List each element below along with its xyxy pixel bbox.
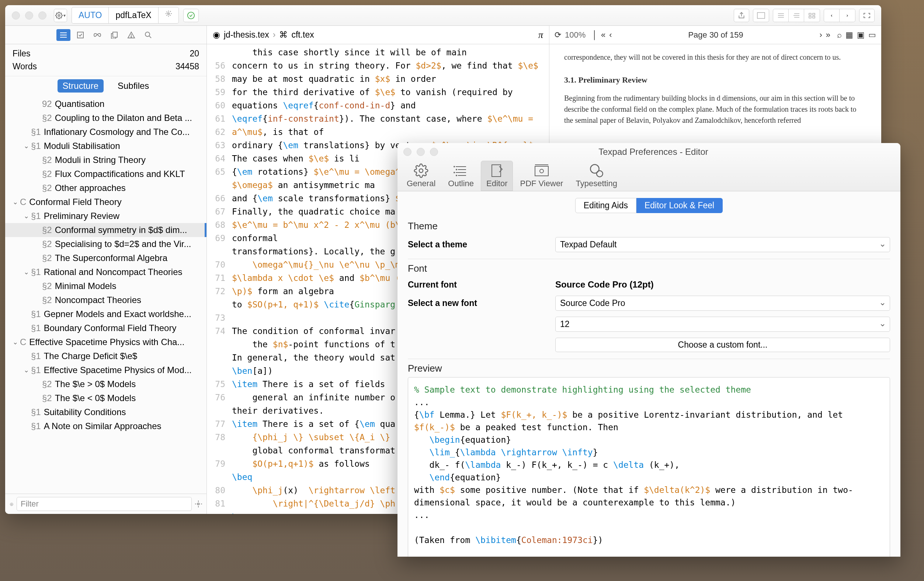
pdf-first[interactable]: « — [601, 30, 606, 40]
pdf-icon — [533, 163, 550, 178]
back-button[interactable]: ‹ — [824, 9, 840, 22]
sidebar-tool-search[interactable] — [141, 29, 155, 41]
font-header: Font — [408, 263, 890, 274]
outline-item[interactable]: ⌄CConformal Field Theory — [5, 195, 206, 209]
outline-item[interactable]: ⌄§1Moduli Stabilisation — [5, 139, 206, 153]
font-family-select[interactable]: Source Code Pro — [555, 295, 890, 311]
view-mode-selector[interactable] — [773, 9, 820, 22]
minimize-window[interactable] — [25, 12, 33, 20]
engine-label[interactable]: pdfLaTeX — [109, 7, 158, 23]
pdf-present-icon[interactable]: ▭ — [868, 30, 876, 40]
view-grid-icon[interactable] — [804, 9, 820, 22]
outline-item[interactable]: §2Coupling to the Dilaton and Beta ... — [5, 111, 206, 125]
tab-subfiles[interactable]: Subfiles — [112, 79, 154, 92]
svg-point-32 — [456, 175, 457, 176]
gear-icon — [165, 10, 172, 17]
outline-item[interactable]: §1Suitability Conditions — [5, 405, 206, 419]
prefs-tab-typesetting[interactable]: Typesetting — [570, 161, 623, 191]
prefs-tab-editor[interactable]: Editor — [481, 161, 513, 191]
outline-item[interactable]: ⌄§1Rational and Noncompact Theories — [5, 265, 206, 279]
tab-structure[interactable]: Structure — [58, 79, 104, 92]
outline-item[interactable]: §2The $\e < 0$ Models — [5, 391, 206, 405]
seg-editing-aids[interactable]: Editing Aids — [575, 198, 637, 213]
outline-item[interactable]: ⌄§1Preliminary Review — [5, 209, 206, 223]
zoom-level[interactable]: 100% — [565, 30, 586, 40]
outline-item[interactable]: §2Conformal symmetry in $d$ dim... — [5, 223, 206, 237]
prefs-tab-outline[interactable]: Outline — [442, 161, 479, 191]
crumb-file[interactable]: cft.tex — [291, 30, 314, 40]
pdf-grid-icon[interactable]: ▦ — [845, 30, 853, 40]
pdf-search-icon[interactable]: ⌕ — [837, 30, 842, 40]
settings-menu-button[interactable]: ▾ — [54, 9, 67, 22]
svg-rect-17 — [78, 32, 83, 38]
filter-gear-icon[interactable] — [195, 500, 202, 508]
theme-select[interactable]: Texpad Default — [555, 237, 890, 252]
outline-item[interactable]: ⌄§1Effective Spacetime Physics of Mod... — [5, 363, 206, 377]
outline-item[interactable]: §2Noncompact Theories — [5, 293, 206, 307]
auto-label[interactable]: AUTO — [72, 7, 109, 23]
outline-item[interactable]: §2Flux Compactifications and KKLT — [5, 167, 206, 181]
nav-arrows[interactable]: ‹ › — [824, 9, 855, 22]
prefs-minimize[interactable] — [417, 148, 425, 156]
pi-icon[interactable]: π — [538, 30, 543, 41]
pdf-sync-icon[interactable]: ▣ — [857, 30, 865, 40]
fullscreen-button[interactable] — [859, 9, 874, 22]
svg-point-1 — [167, 13, 169, 15]
sidebar-tool-files[interactable] — [107, 29, 121, 41]
crumb-root[interactable]: jd-thesis.tex — [224, 30, 269, 40]
pdf-prev[interactable]: ‹ — [609, 30, 612, 40]
seg-look-feel[interactable]: Editor Look & Feel — [637, 198, 723, 213]
view-outline-icon[interactable] — [789, 9, 804, 22]
outline-item[interactable]: §2Moduli in String Theory — [5, 153, 206, 167]
share-button[interactable] — [734, 9, 749, 22]
zoom-reset-icon[interactable]: ⟳ — [554, 30, 561, 40]
layout-selector[interactable] — [753, 9, 769, 22]
theme-header: Theme — [408, 220, 890, 232]
outline-item[interactable]: §2Minimal Models — [5, 279, 206, 293]
svg-point-21 — [145, 32, 150, 36]
engine-selector[interactable]: AUTO pdfLaTeX — [71, 7, 179, 23]
sidebar-tool-check[interactable] — [73, 29, 87, 41]
pdf-last[interactable]: » — [826, 30, 830, 40]
view-list-icon[interactable] — [773, 9, 789, 22]
outline-item[interactable]: §1Gepner Models and Exact worldshe... — [5, 307, 206, 321]
zoom-window[interactable] — [38, 12, 46, 20]
outline-item[interactable]: §2The $\e > 0$ Models — [5, 377, 206, 391]
select-font-label: Select a new font — [408, 298, 555, 308]
outline-item[interactable]: 92Quantisation — [5, 97, 206, 111]
forward-button[interactable]: › — [840, 9, 855, 22]
font-size-select[interactable]: 12 — [555, 317, 890, 332]
typeset-button[interactable] — [183, 9, 199, 22]
outline-item[interactable]: §1Inflationary Cosmology and The Co... — [5, 125, 206, 139]
outline-item[interactable]: §1The Charge Deficit $\e$ — [5, 349, 206, 363]
prefs-close[interactable] — [403, 148, 411, 156]
sidebar-tool-structure[interactable] — [56, 29, 71, 41]
traffic-lights — [12, 12, 46, 20]
close-window[interactable] — [12, 12, 20, 20]
outline-item[interactable]: §2Specialising to $d=2$ and the Vir... — [5, 237, 206, 251]
custom-font-button[interactable]: Choose a custom font... — [555, 338, 890, 352]
filter-input[interactable]: Filter — [16, 497, 192, 511]
engine-gear[interactable] — [158, 7, 178, 23]
preview-header: Preview — [408, 363, 890, 374]
prefs-titlebar: Texpad Preferences - Editor General Outl… — [398, 143, 901, 191]
prefs-zoom[interactable] — [430, 148, 438, 156]
prefs-tab-general[interactable]: General — [401, 161, 441, 191]
sidebar-tool-links[interactable] — [90, 29, 104, 41]
svg-line-22 — [149, 36, 151, 38]
line-gutter: 5658596061626364656667686970717273747576… — [207, 44, 230, 514]
layout-single-icon[interactable] — [753, 9, 769, 22]
outline-item[interactable]: ⌄CEffective Spacetime Physics with Cha..… — [5, 335, 206, 349]
outline-item[interactable]: §2Other approaches — [5, 181, 206, 195]
outline-item[interactable]: §2The Superconformal Algebra — [5, 251, 206, 265]
outline-list[interactable]: 92Quantisation§2Coupling to the Dilaton … — [5, 96, 206, 494]
sidebar-tool-warnings[interactable] — [124, 29, 138, 41]
current-font-value: Source Code Pro (12pt) — [555, 279, 890, 290]
svg-point-20 — [131, 36, 132, 37]
pdf-next[interactable]: › — [819, 30, 822, 40]
prefs-title: Texpad Preferences - Editor — [446, 147, 861, 157]
outline-item[interactable]: §1Boundary Conformal Field Theory — [5, 321, 206, 335]
pdf-content[interactable]: correspondence, they will not be covered… — [549, 44, 881, 133]
outline-item[interactable]: §1A Note on Similar Approaches — [5, 419, 206, 433]
prefs-tab-pdf[interactable]: PDF Viewer — [514, 161, 569, 191]
